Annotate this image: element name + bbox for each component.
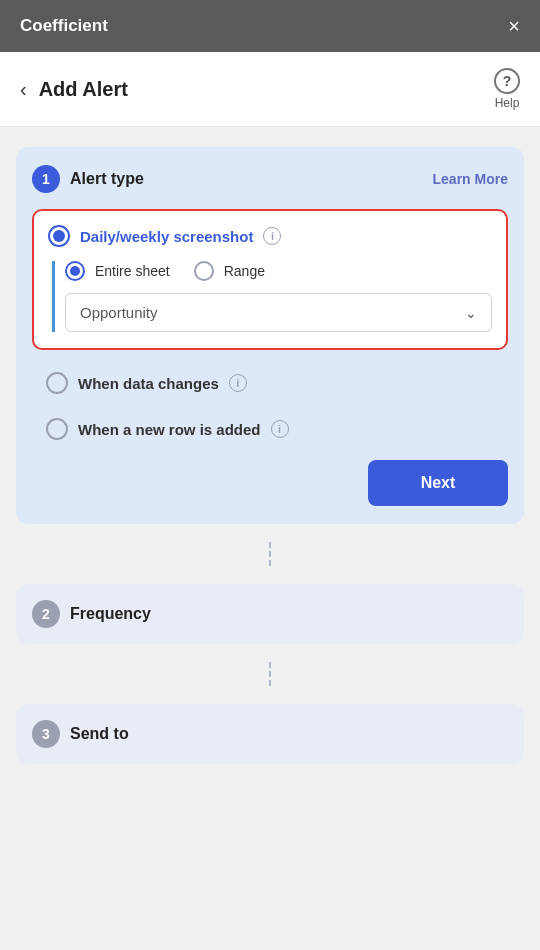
- page-title: Add Alert: [39, 78, 128, 101]
- when-data-changes-option[interactable]: When data changes i: [32, 360, 508, 406]
- daily-weekly-option-row[interactable]: Daily/weekly screenshot i: [48, 225, 492, 247]
- when-new-row-info-icon[interactable]: i: [271, 420, 289, 438]
- dashed-line-inner-1: [269, 542, 271, 566]
- page-header: ‹ Add Alert ? Help: [0, 52, 540, 127]
- sheet-range-row: Entire sheet Range: [65, 261, 492, 281]
- sheet-dropdown[interactable]: Opportunity ⌄: [65, 293, 492, 332]
- step2-header-left: 2 Frequency: [32, 600, 508, 628]
- when-new-row-label: When a new row is added: [78, 421, 261, 438]
- step2-title: Frequency: [70, 605, 151, 623]
- step1-header-left: 1 Alert type: [32, 165, 144, 193]
- step3-badge: 3: [32, 720, 60, 748]
- daily-weekly-info-icon[interactable]: i: [263, 227, 281, 245]
- learn-more-link[interactable]: Learn More: [433, 171, 508, 187]
- alert-type-card: 1 Alert type Learn More Daily/weekly scr…: [16, 147, 524, 524]
- when-data-changes-label: When data changes: [78, 375, 219, 392]
- daily-weekly-option-box: Daily/weekly screenshot i Entire sheet: [32, 209, 508, 350]
- range-label: Range: [224, 263, 265, 279]
- entire-sheet-option[interactable]: Entire sheet: [65, 261, 170, 281]
- daily-weekly-label: Daily/weekly screenshot: [80, 228, 253, 245]
- dashed-line-inner-2: [269, 662, 271, 686]
- when-data-changes-info-icon[interactable]: i: [229, 374, 247, 392]
- step1-badge: 1: [32, 165, 60, 193]
- dropdown-value: Opportunity: [80, 304, 158, 321]
- header-left: ‹ Add Alert: [20, 78, 128, 101]
- back-button[interactable]: ‹: [20, 78, 27, 101]
- main-content: 1 Alert type Learn More Daily/weekly scr…: [0, 127, 540, 784]
- help-circle-icon: ?: [494, 68, 520, 94]
- dropdown-arrow-icon: ⌄: [465, 305, 477, 321]
- help-label: Help: [495, 96, 520, 110]
- dashed-connector-1: [16, 536, 524, 572]
- step1-header: 1 Alert type Learn More: [32, 165, 508, 193]
- when-data-changes-radio[interactable]: [46, 372, 68, 394]
- step3-header-left: 3 Send to: [32, 720, 508, 748]
- step1-title: Alert type: [70, 170, 144, 188]
- sub-options-inner: Entire sheet Range Opportunity ⌄: [65, 261, 492, 332]
- frequency-card: 2 Frequency: [16, 584, 524, 644]
- dashed-connector-2: [16, 656, 524, 692]
- when-new-row-option[interactable]: When a new row is added i: [32, 406, 508, 452]
- send-to-card: 3 Send to: [16, 704, 524, 764]
- top-bar: Coefficient ×: [0, 0, 540, 52]
- when-new-row-radio[interactable]: [46, 418, 68, 440]
- range-option[interactable]: Range: [194, 261, 265, 281]
- close-button[interactable]: ×: [508, 16, 520, 36]
- entire-sheet-label: Entire sheet: [95, 263, 170, 279]
- daily-weekly-radio[interactable]: [48, 225, 70, 247]
- next-button[interactable]: Next: [368, 460, 508, 506]
- step3-title: Send to: [70, 725, 129, 743]
- step2-badge: 2: [32, 600, 60, 628]
- entire-sheet-radio[interactable]: [65, 261, 85, 281]
- next-btn-container: Next: [32, 460, 508, 506]
- range-radio[interactable]: [194, 261, 214, 281]
- sub-options-container: Entire sheet Range Opportunity ⌄: [52, 261, 492, 332]
- app-title: Coefficient: [20, 16, 108, 36]
- help-button[interactable]: ? Help: [494, 68, 520, 110]
- entire-sheet-radio-fill: [70, 266, 80, 276]
- daily-weekly-radio-fill: [53, 230, 65, 242]
